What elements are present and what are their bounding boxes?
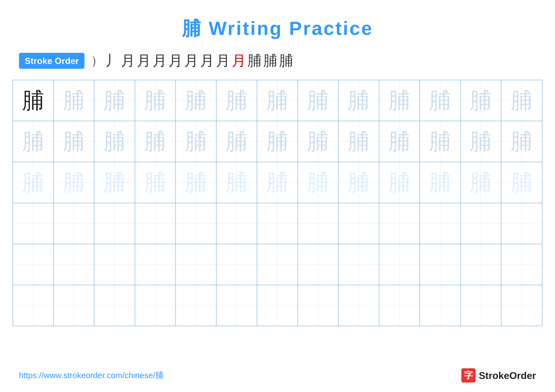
grid-cell-4-13[interactable] (501, 203, 542, 244)
grid-cell-4-1[interactable] (13, 203, 54, 244)
grid-cell-3-1[interactable]: 脯 (13, 162, 54, 203)
grid-cell-3-4[interactable]: 脯 (135, 162, 176, 203)
grid-cell-1-10[interactable]: 脯 (379, 80, 420, 121)
grid-cell-5-1[interactable] (13, 244, 54, 285)
char-light: 脯 (266, 90, 288, 112)
grid-cell-6-1[interactable] (13, 285, 54, 326)
grid-cell-4-6[interactable] (216, 203, 257, 244)
grid-cell-5-5[interactable] (176, 244, 216, 285)
grid-cell-5-12[interactable] (461, 244, 501, 285)
grid-cell-2-9[interactable]: 脯 (339, 121, 379, 162)
char-light: 脯 (388, 130, 410, 153)
grid-cell-6-6[interactable] (216, 285, 257, 326)
grid-cell-3-11[interactable]: 脯 (420, 162, 460, 203)
grid-cell-2-1[interactable]: 脯 (13, 121, 54, 162)
grid-cell-1-7[interactable]: 脯 (257, 80, 298, 121)
grid-cell-5-9[interactable] (339, 244, 379, 285)
grid-cell-5-4[interactable] (135, 244, 176, 285)
grid-cell-2-10[interactable]: 脯 (379, 121, 420, 162)
char-light: 脯 (103, 90, 126, 112)
grid-cell-3-12[interactable]: 脯 (461, 162, 501, 203)
grid-cell-4-5[interactable] (176, 203, 216, 244)
stroke-2: 月 (121, 51, 135, 70)
grid-cell-6-9[interactable] (339, 285, 379, 326)
grid-cell-2-7[interactable]: 脯 (257, 121, 298, 162)
grid-cell-2-13[interactable]: 脯 (501, 121, 542, 162)
grid-cell-6-4[interactable] (135, 285, 176, 326)
grid-cell-4-9[interactable] (339, 203, 379, 244)
grid-cell-5-6[interactable] (216, 244, 257, 285)
grid-row-6 (13, 285, 542, 326)
grid-cell-1-4[interactable]: 脯 (135, 80, 176, 121)
grid-cell-3-7[interactable]: 脯 (257, 162, 298, 203)
grid-row-2: 脯 脯 脯 脯 脯 脯 脯 脯 脯 脯 脯 脯 (13, 121, 542, 162)
grid-cell-6-8[interactable] (298, 285, 339, 326)
grid-cell-2-12[interactable]: 脯 (461, 121, 501, 162)
grid-cell-1-3[interactable]: 脯 (94, 80, 135, 121)
grid-cell-1-5[interactable]: 脯 (176, 80, 216, 121)
footer: https://www.strokeorder.com/chinese/脯 字 … (0, 368, 555, 383)
grid-cell-4-11[interactable] (420, 203, 460, 244)
grid-cell-5-13[interactable] (501, 244, 542, 285)
grid-cell-6-11[interactable] (420, 285, 460, 326)
grid-cell-1-2[interactable]: 脯 (54, 80, 94, 121)
grid-cell-1-12[interactable]: 脯 (461, 80, 501, 121)
char-light: 脯 (185, 90, 207, 112)
grid-row-3: 脯 脯 脯 脯 脯 脯 脯 脯 脯 脯 脯 脯 (13, 162, 542, 203)
grid-cell-3-8[interactable]: 脯 (298, 162, 339, 203)
grid-cell-4-10[interactable] (379, 203, 420, 244)
char-light: 脯 (185, 130, 207, 153)
grid-cell-5-3[interactable] (94, 244, 135, 285)
grid-cell-1-9[interactable]: 脯 (339, 80, 379, 121)
grid-cell-1-13[interactable]: 脯 (501, 80, 542, 121)
char-light: 脯 (348, 90, 370, 112)
grid-cell-6-7[interactable] (257, 285, 298, 326)
grid-cell-5-8[interactable] (298, 244, 339, 285)
grid-cell-2-4[interactable]: 脯 (135, 121, 176, 162)
grid-row-5 (13, 244, 542, 285)
grid-cell-4-12[interactable] (461, 203, 501, 244)
grid-cell-5-2[interactable] (54, 244, 94, 285)
grid-cell-4-2[interactable] (54, 203, 94, 244)
grid-cell-2-11[interactable]: 脯 (420, 121, 460, 162)
grid-cell-6-5[interactable] (176, 285, 216, 326)
grid-cell-2-8[interactable]: 脯 (298, 121, 339, 162)
grid-row-1: 脯 脯 脯 脯 脯 脯 脯 脯 脯 脯 脯 脯 (13, 80, 542, 121)
grid-cell-1-1[interactable]: 脯 (13, 80, 54, 121)
grid-cell-2-2[interactable]: 脯 (54, 121, 94, 162)
stroke-4: 月 (153, 51, 167, 70)
grid-cell-3-9[interactable]: 脯 (339, 162, 379, 203)
grid-cell-3-13[interactable]: 脯 (501, 162, 542, 203)
grid-cell-1-8[interactable]: 脯 (298, 80, 339, 121)
char-light: 脯 (103, 130, 126, 153)
grid-cell-3-6[interactable]: 脯 (216, 162, 257, 203)
char-light: 脯 (226, 130, 248, 153)
char-very-light: 脯 (511, 171, 533, 193)
char-light: 脯 (429, 130, 451, 153)
grid-cell-4-3[interactable] (94, 203, 135, 244)
grid-cell-6-12[interactable] (461, 285, 501, 326)
grid-cell-5-7[interactable] (257, 244, 298, 285)
grid-cell-4-7[interactable] (257, 203, 298, 244)
grid-cell-3-3[interactable]: 脯 (94, 162, 135, 203)
stroke-5: 月 (168, 51, 183, 70)
grid-cell-1-11[interactable]: 脯 (420, 80, 460, 121)
grid-cell-2-5[interactable]: 脯 (176, 121, 216, 162)
grid-cell-6-2[interactable] (54, 285, 94, 326)
grid-cell-6-13[interactable] (501, 285, 542, 326)
grid-cell-1-6[interactable]: 脯 (216, 80, 257, 121)
footer-url[interactable]: https://www.strokeorder.com/chinese/脯 (19, 370, 163, 381)
grid-cell-3-2[interactable]: 脯 (54, 162, 94, 203)
grid-cell-3-10[interactable]: 脯 (379, 162, 420, 203)
grid-cell-4-4[interactable] (135, 203, 176, 244)
grid-cell-6-10[interactable] (379, 285, 420, 326)
grid-cell-3-5[interactable]: 脯 (176, 162, 216, 203)
grid-cell-5-11[interactable] (420, 244, 460, 285)
stroke-sequence: ） 丿 月 月 月 月 月 月 月 月 脯 脯 脯 (91, 51, 293, 70)
grid-cell-2-3[interactable]: 脯 (94, 121, 135, 162)
grid-cell-5-10[interactable] (379, 244, 420, 285)
grid-cell-2-6[interactable]: 脯 (216, 121, 257, 162)
footer-logo-text: StrokeOrder (479, 370, 536, 381)
grid-cell-6-3[interactable] (94, 285, 135, 326)
grid-cell-4-8[interactable] (298, 203, 339, 244)
